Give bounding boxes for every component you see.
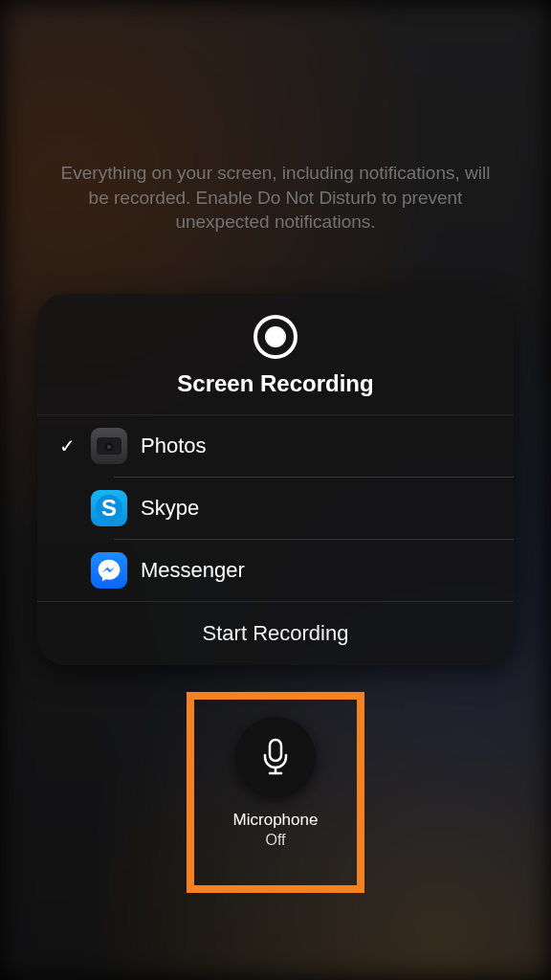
checkmark-icon: ✓: [53, 434, 81, 457]
app-option-photos[interactable]: ✓ Photos: [37, 415, 514, 477]
microphone-state: Off: [265, 832, 285, 849]
panel-title: Screen Recording: [177, 370, 373, 397]
app-option-messenger[interactable]: Messenger: [37, 540, 514, 601]
app-label: Photos: [141, 434, 207, 458]
photos-icon: [91, 428, 127, 464]
microphone-highlight-box: Microphone Off: [187, 692, 364, 893]
svg-rect-0: [270, 740, 281, 761]
recording-notice: Everything on your screen, including not…: [55, 161, 496, 234]
app-label: Messenger: [141, 558, 245, 583]
record-icon: [253, 315, 298, 359]
skype-icon: S: [91, 490, 127, 526]
messenger-icon: [91, 552, 127, 589]
app-label: Skype: [141, 496, 199, 521]
microphone-toggle-button[interactable]: [235, 717, 316, 797]
screen-recording-panel: Screen Recording ✓ Photos S Skype: [37, 294, 514, 665]
destination-list: ✓ Photos S Skype Messenger: [37, 415, 514, 601]
microphone-label: Microphone: [233, 811, 319, 830]
app-option-skype[interactable]: S Skype: [37, 478, 514, 539]
microphone-icon: [259, 738, 292, 776]
start-recording-button[interactable]: Start Recording: [37, 602, 514, 665]
